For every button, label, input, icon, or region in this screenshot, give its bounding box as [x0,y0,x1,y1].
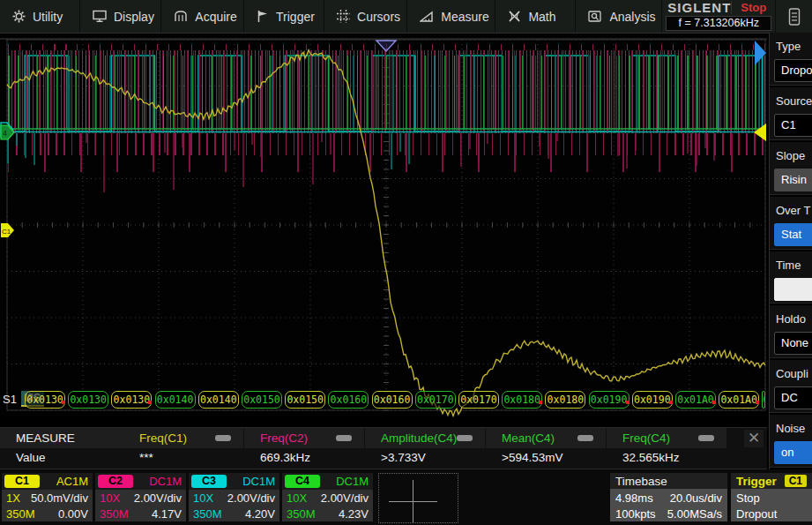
sidebar-field-holdo[interactable]: None [774,332,812,355]
channel-box-c4[interactable]: C4DC1M10X2.00V/div350M4.23V [282,473,373,521]
menu-math-label: Math [528,10,555,24]
channel-offset: 0.00V [58,507,88,521]
menu-utility[interactable]: Utility [0,0,80,33]
sidebar-field-type[interactable]: Dropo [774,59,812,82]
trigger-state: Stop [736,491,812,505]
decode-error-dot [669,401,673,404]
menu-trigger-label: Trigger [276,10,315,24]
measure-item-name: Mean(C4) [486,431,577,445]
measure-remove-button[interactable] [698,435,714,441]
menu-cursors[interactable]: Cursors [324,0,407,33]
decode-hex-box[interactable]: 0x0130 [25,391,65,409]
decode-hex-box[interactable]: 0x0150 [242,391,282,409]
sidebar-section-over-t: Over TStat [770,197,812,251]
decode-hex-box[interactable]: 0x0180 [502,391,542,409]
channel-scale: 2.00V/div [134,491,182,505]
math-icon [508,10,521,23]
decode-hex-box[interactable]: 0x01A0 [675,391,716,409]
channel-probe: 10X [193,491,227,505]
c2-trace-tops [8,44,765,50]
sidebar-field-coupli[interactable]: DC [774,386,812,409]
menu-display[interactable]: Display [80,0,161,33]
timebase-delay: 4.98ms [615,491,653,505]
decode-bus-label: S1 [3,393,17,406]
decode-hex-box[interactable]: 0x0170 [415,391,456,409]
ruler-icon [420,10,434,23]
decode-hex-box[interactable]: 0x0140 [198,391,239,409]
trigger-type: Dropout [736,507,812,521]
measure-remove-button[interactable] [336,435,352,441]
channel-badge-c4: C4 [285,475,320,488]
menu-math[interactable]: Math [495,0,576,33]
measure-remove-button[interactable] [457,435,473,441]
decode-hex-box[interactable]: 0x0180 [545,391,585,409]
channel-badge-c1: C1 [4,475,40,488]
menu-cursors-label: Cursors [357,10,400,24]
sidebar-field-over-t[interactable]: Stat [774,223,812,246]
sidebar-section-label: Noise [770,422,812,435]
channel-bandwidth: 350M [287,507,339,521]
menu-display-label: Display [114,10,154,24]
decode-hex-box[interactable]: 0x0190 [632,391,673,409]
channel-box-c1[interactable]: C1AC1M1X50.0mV/div350M0.00V [2,473,93,521]
measure-remove-button[interactable] [577,435,593,441]
channel-offset: 4.20V [245,507,275,521]
channel-scale: 50.0mV/div [31,491,88,505]
measure-item-header: Freq(C4) [607,428,726,448]
decode-hex-box[interactable]: 0x0190 [589,391,629,409]
measure-row-label: Value [0,448,123,468]
decode-error-dot [712,401,716,404]
timebase-panel[interactable]: Timebase 4.98ms20.0us/div 100kpts5.00MSa… [610,473,727,521]
decode-hex-box[interactable]: 0x0130 [111,391,152,409]
menu-acquire[interactable]: Acquire [161,0,244,33]
trigger-status-panel[interactable]: TriggerC1 Stop103m DropoutFalli [731,473,812,521]
menu-trigger[interactable]: Trigger [244,0,324,33]
channel-scale: 2.00V/div [321,491,369,505]
trigger-settings-sidebar: TypeDropoSourceC1SlopeRisinOver TStatTim… [769,33,812,469]
serial-decode-row: S1 I2S 0x01300x01300x01300x01400x01400x0… [0,390,768,411]
battery-status[interactable] [776,0,812,33]
trigger-title: Trigger [736,475,785,488]
menu-measure[interactable]: Measure [407,0,495,33]
measure-item-header: Freq(C2) [244,428,364,448]
decode-hex-box[interactable]: 0x0170 [458,391,499,409]
decode-hex-box[interactable]: 0x0140 [155,391,196,409]
channel-scale: 2.00V/div [227,491,275,505]
trigger-source-badge: C1 [785,475,807,487]
decode-hex-box[interactable]: 0x0130 [68,391,108,409]
trigger-frequency-readout: f = 7.313206kHz [666,16,771,31]
menu-analysis[interactable]: Analysis [576,0,662,33]
run-state-indicator[interactable]: Stop [731,1,775,14]
decode-error-dot [539,401,542,404]
acquire-icon [174,10,188,23]
sidebar-section-time: Time [770,251,812,306]
channel-offset: 4.17V [152,507,182,521]
channel-bandwidth: 350M [6,507,58,521]
cursors-icon [337,10,350,23]
decode-hex-box[interactable]: 0x01A0 [719,391,759,409]
sidebar-section-slope: SlopeRisin [770,142,812,197]
decode-error-dot [62,401,65,404]
decode-hex-box[interactable]: 0x0150 [285,391,325,409]
measure-remove-button[interactable] [215,435,231,441]
measure-item-value: >3.733V [365,448,485,468]
decode-hex-box[interactable]: 0x0160 [372,391,413,409]
channel-probe: 10X [287,491,321,505]
sidebar-field-noise[interactable]: on [774,441,812,464]
measure-item-value: >594.53mV [486,448,606,468]
measure-item-name: Freq(C2) [244,431,336,445]
channel-offset: 4.23V [339,507,369,521]
sidebar-field-source[interactable]: C1 [774,114,812,137]
add-channel-slot[interactable] [378,473,458,523]
measure-close-button[interactable]: ✕ [744,430,764,447]
measure-item-name: Freq(C1) [123,431,215,445]
sidebar-field-slope[interactable]: Risin [774,169,812,191]
sidebar-section-label: Over T [770,204,812,217]
channel-box-c3[interactable]: C3DC1M10X2.00V/div350M4.20V [189,473,279,521]
channel-probe: 10X [100,491,134,505]
sidebar-section-coupli: CoupliDC [770,360,812,415]
channel-box-c2[interactable]: C2DC1M10X2.00V/div350M4.17V [95,473,186,521]
sidebar-field-time[interactable] [774,278,812,301]
decode-hex-box[interactable]: 0x0160 [328,391,369,409]
decode-hex-box[interactable]: 0x01B0 [762,391,765,409]
